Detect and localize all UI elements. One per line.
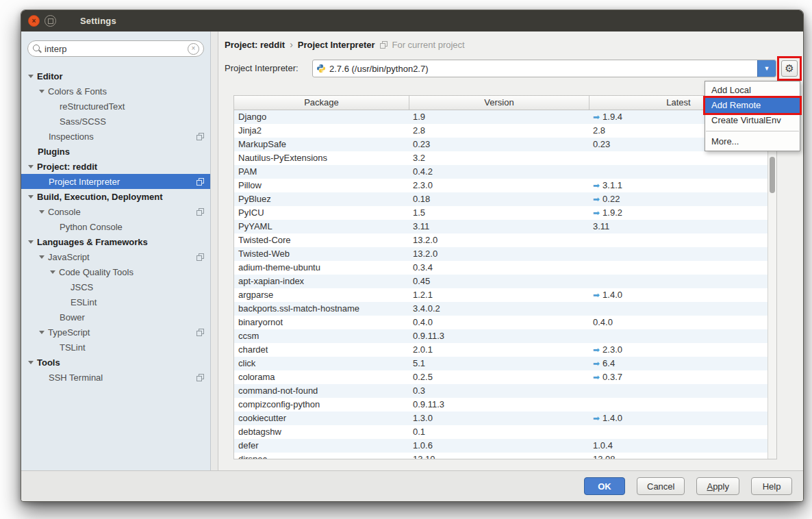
menu-item-more[interactable]: More...: [705, 134, 800, 149]
cell-package: defer: [234, 439, 409, 453]
table-row-defer[interactable]: defer1.0.61.0.4: [234, 439, 767, 453]
upgrade-arrow-icon: ➡: [593, 290, 600, 300]
tree-item-bower[interactable]: Bower: [21, 309, 210, 325]
cell-latest: [589, 247, 767, 261]
apply-button[interactable]: Apply: [696, 477, 739, 495]
breadcrumb-note: For current project: [392, 40, 465, 50]
clear-search-icon[interactable]: ×: [188, 43, 199, 55]
breadcrumb-section[interactable]: Project: reddit: [225, 40, 285, 50]
cell-version: 2.8: [409, 124, 589, 138]
cell-package: click: [234, 357, 409, 370]
table-row-binaryornot[interactable]: binaryornot0.4.00.4.0: [234, 316, 767, 329]
column-header-version[interactable]: Version: [409, 96, 589, 110]
expander-icon[interactable]: [50, 270, 55, 274]
table-row-pybluez[interactable]: PyBluez0.18➡0.22: [234, 192, 767, 206]
table-row-chardet[interactable]: chardet2.0.1➡2.3.0: [234, 343, 767, 357]
table-row-pyicu[interactable]: PyICU1.5➡1.9.2: [234, 206, 767, 220]
tree-item-label: Project: reddit: [37, 162, 97, 172]
tree-item-label: Bower: [60, 312, 85, 322]
table-row-command-not-found[interactable]: command-not-found0.3: [234, 384, 767, 398]
cell-latest: [589, 302, 767, 316]
table-row-pillow[interactable]: Pillow2.3.0➡3.1.1: [234, 179, 767, 192]
interpreter-dropdown-button[interactable]: ▼: [757, 60, 776, 77]
table-row-apt-xapian-index[interactable]: apt-xapian-index0.45: [234, 275, 767, 288]
tree-item-project-interpreter[interactable]: Project Interpreter: [21, 174, 210, 189]
table-row-ccsm[interactable]: ccsm0.9.11.3: [234, 329, 767, 343]
table-row-compizconfig-python[interactable]: compizconfig-python0.9.11.3: [234, 398, 767, 412]
column-header-package[interactable]: Package: [234, 96, 409, 110]
upgrade-arrow-icon: ➡: [593, 414, 600, 423]
tree-item-code-quality-tools[interactable]: Code Quality Tools: [21, 264, 210, 279]
search-input[interactable]: [42, 44, 188, 54]
tree-item-languages-frameworks[interactable]: Languages & Frameworks: [21, 234, 210, 249]
table-row-click[interactable]: click5.1➡6.4: [234, 357, 767, 370]
table-row-argparse[interactable]: argparse1.2.1➡1.4.0: [234, 288, 767, 302]
expander-icon[interactable]: [39, 90, 45, 93]
table-row-pam[interactable]: PAM0.4.2: [234, 165, 767, 179]
tree-item-editor[interactable]: Editor: [21, 68, 210, 84]
table-row-nautilus-pyextensions[interactable]: Nautilus-PyExtensions3.2: [234, 151, 767, 165]
expander-icon[interactable]: [28, 165, 34, 168]
expander-icon[interactable]: [39, 210, 45, 214]
tree-item-plugins[interactable]: Plugins: [21, 144, 210, 159]
table-scrollbar[interactable]: [767, 110, 776, 459]
cell-latest: [589, 398, 767, 412]
table-row-debtagshw[interactable]: debtagshw0.1: [234, 425, 767, 439]
table-row-jinja2[interactable]: Jinja22.82.8: [234, 124, 767, 138]
menu-item-add-remote[interactable]: Add Remote: [705, 98, 800, 113]
table-row-adium-theme-ubuntu[interactable]: adium-theme-ubuntu0.3.4: [234, 261, 767, 275]
expander-icon[interactable]: [28, 361, 34, 364]
table-row-cookiecutter[interactable]: cookiecutter1.3.0➡1.4.0: [234, 412, 767, 425]
tree-item-tools[interactable]: Tools: [21, 355, 210, 370]
tree-item-colors-fonts[interactable]: Colors & Fonts: [21, 84, 210, 99]
help-button[interactable]: Help: [751, 477, 792, 495]
tree-item-console[interactable]: Console: [21, 204, 210, 219]
expander-icon[interactable]: [39, 331, 45, 334]
expander-icon[interactable]: [39, 255, 45, 259]
menu-separator: [706, 131, 799, 131]
tree-item-python-console[interactable]: Python Console: [21, 219, 210, 234]
tree-item-inspections[interactable]: Inspections: [21, 129, 210, 144]
table-row-colorama[interactable]: colorama0.2.5➡0.3.7: [234, 370, 767, 384]
maximize-button[interactable]: [45, 15, 56, 27]
expander-icon[interactable]: [28, 240, 34, 244]
tree-item-typescript[interactable]: TypeScript: [21, 325, 210, 340]
table-row-pyyaml[interactable]: PyYAML3.113.11: [234, 220, 767, 233]
window-title: Settings: [80, 16, 116, 26]
tree-item-label: Tools: [37, 357, 60, 368]
cell-latest: ➡1.4.0: [589, 412, 767, 425]
package-table: PackageVersionLatest Django1.9➡1.9.4Jinj…: [233, 95, 777, 459]
tree-item-ssh-terminal[interactable]: SSH Terminal: [21, 370, 210, 385]
table-row-markupsafe[interactable]: MarkupSafe0.230.23: [234, 138, 767, 151]
menu-item-create-virtualenv[interactable]: Create VirtualEnv: [705, 113, 800, 128]
cancel-button[interactable]: Cancel: [637, 477, 685, 495]
tree-item-project-reddit[interactable]: Project: reddit: [21, 159, 210, 174]
tree-item-label: Console: [48, 207, 81, 217]
tree-item-label: Editor: [37, 71, 63, 81]
titlebar[interactable]: × Settings: [21, 10, 803, 31]
cell-version: 0.1: [409, 425, 589, 439]
cell-latest: ➡0.3.7: [589, 370, 767, 384]
table-row-dirspec[interactable]: dirspec13.1013.08: [234, 453, 767, 459]
table-row-twisted-core[interactable]: Twisted-Core13.2.0: [234, 233, 767, 247]
tree-item-restructuredtext[interactable]: reStructuredText: [21, 99, 210, 114]
table-row-twisted-web[interactable]: Twisted-Web13.2.0: [234, 247, 767, 261]
close-button[interactable]: ×: [28, 15, 40, 27]
tree-item-tslint[interactable]: TSLint: [21, 340, 210, 355]
expander-icon[interactable]: [28, 195, 34, 199]
ok-button[interactable]: OK: [584, 477, 625, 495]
tree-item-jscs[interactable]: JSCS: [21, 279, 210, 294]
sidebar-splitter[interactable]: [210, 31, 218, 470]
scrollbar-thumb[interactable]: [770, 157, 775, 193]
interpreter-combobox[interactable]: 2.7.6 (/usr/bin/python2.7) ▼: [312, 60, 776, 77]
table-row-backports-ssl-match-hostname[interactable]: backports.ssl-match-hostname3.4.0.2: [234, 302, 767, 316]
cell-package: binaryornot: [234, 316, 409, 329]
expander-icon[interactable]: [28, 75, 34, 78]
tree-item-build-execution-deployment[interactable]: Build, Execution, Deployment: [21, 189, 210, 204]
table-row-django[interactable]: Django1.9➡1.9.4: [234, 110, 767, 124]
tree-item-javascript[interactable]: JavaScript: [21, 249, 210, 264]
tree-item-eslint[interactable]: ESLint: [21, 294, 210, 309]
cell-package: adium-theme-ubuntu: [234, 261, 409, 275]
menu-item-add-local[interactable]: Add Local: [705, 83, 800, 98]
tree-item-sass-scss[interactable]: Sass/SCSS: [21, 114, 210, 129]
